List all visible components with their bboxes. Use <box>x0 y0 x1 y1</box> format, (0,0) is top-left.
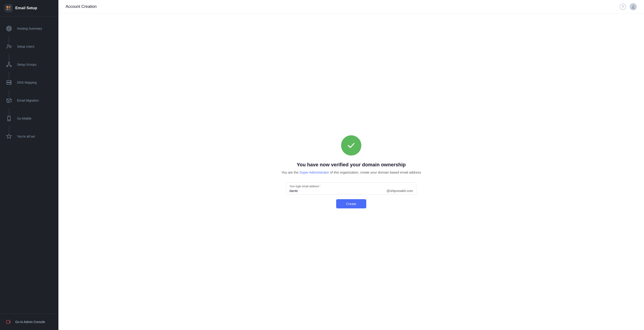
app-title: Email Setup <box>15 6 37 10</box>
email-form: Your login email address* @shipnowkit.co… <box>286 182 416 208</box>
success-circle <box>341 135 361 156</box>
go-mobile-icon <box>4 114 14 123</box>
sidebar-item-label-dns-mapping: DNS Mapping <box>17 81 37 84</box>
sidebar-nav: WWW Hosting Summary Setup Users <box>0 17 58 313</box>
svg-line-19 <box>7 65 9 65</box>
content-area: You have now verified your domain owners… <box>58 14 644 330</box>
sidebar-item-setup-users[interactable]: Setup Users <box>0 36 58 54</box>
email-domain-suffix: @shipnowkit.com <box>386 189 413 193</box>
setup-users-icon <box>4 42 14 51</box>
main-content: Account Creation ? You have now verified… <box>58 0 644 330</box>
svg-rect-1 <box>9 6 10 8</box>
hosting-summary-icon: WWW <box>4 24 14 33</box>
admin-console-label: Go to Admin Console <box>15 320 45 324</box>
super-admin-link[interactable]: Super Administrator <box>300 170 329 174</box>
svg-rect-0 <box>6 6 8 8</box>
sidebar-item-label-setup-users: Setup Users <box>17 45 34 48</box>
svg-marker-32 <box>6 134 12 138</box>
svg-point-34 <box>632 5 634 7</box>
verified-subtitle: You are the Super Administrator of this … <box>281 170 421 174</box>
sidebar-item-email-migration[interactable]: Email Migration <box>0 90 58 108</box>
svg-point-30 <box>9 120 9 121</box>
youre-all-set-icon <box>4 132 14 141</box>
svg-point-11 <box>8 45 9 46</box>
svg-rect-2 <box>6 8 8 10</box>
sidebar-item-label-email-migration: Email Migration <box>17 99 39 102</box>
sidebar-item-youre-all-set[interactable]: You're all set <box>0 126 58 144</box>
svg-point-16 <box>6 65 8 67</box>
sidebar-item-label-setup-groups: Setup Groups <box>17 63 36 66</box>
avatar[interactable] <box>630 3 637 10</box>
sidebar: Email Setup WWW Hosting Summary <box>0 0 58 330</box>
svg-text:WWW: WWW <box>8 26 10 27</box>
svg-point-17 <box>10 65 12 67</box>
help-button[interactable]: ? <box>620 4 626 10</box>
sidebar-item-setup-groups[interactable]: Setup Groups <box>0 54 58 72</box>
sidebar-item-label-go-mobile: Go Mobile <box>17 117 32 120</box>
admin-console-icon <box>4 318 12 326</box>
page-title: Account Creation <box>66 4 96 9</box>
email-input-group: Your login email address* @shipnowkit.co… <box>286 182 416 195</box>
email-input[interactable] <box>290 189 386 193</box>
sidebar-item-go-mobile[interactable]: Go Mobile <box>0 108 58 126</box>
svg-rect-3 <box>9 8 10 10</box>
sidebar-item-dns-mapping[interactable]: DNS Mapping <box>0 72 58 90</box>
main-header: Account Creation ? <box>58 0 644 14</box>
header-actions: ? <box>620 3 637 10</box>
svg-line-20 <box>9 65 11 65</box>
verified-title: You have now verified your domain owners… <box>297 162 406 168</box>
svg-point-23 <box>10 81 11 82</box>
sidebar-item-hosting-summary[interactable]: WWW Hosting Summary <box>0 21 58 36</box>
create-button[interactable]: Create <box>336 199 366 208</box>
svg-point-15 <box>8 62 10 63</box>
go-to-admin-console-button[interactable]: Go to Admin Console <box>0 313 58 330</box>
checkmark-icon <box>346 140 356 151</box>
dns-mapping-icon <box>4 78 14 87</box>
sidebar-item-label-hosting-summary: Hosting Summary <box>17 27 42 30</box>
email-label: Your login email address* <box>290 185 413 188</box>
app-logo-icon <box>4 4 12 12</box>
sidebar-item-label-youre-all-set: You're all set <box>17 135 35 138</box>
sidebar-header: Email Setup <box>0 0 58 17</box>
email-input-row: @shipnowkit.com <box>290 189 413 193</box>
setup-groups-icon <box>4 60 14 69</box>
email-migration-icon <box>4 96 14 105</box>
svg-point-24 <box>10 83 11 84</box>
